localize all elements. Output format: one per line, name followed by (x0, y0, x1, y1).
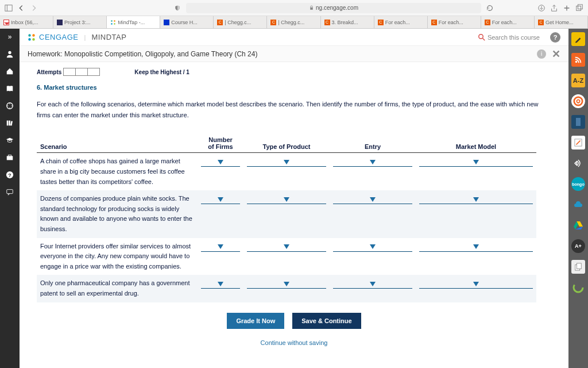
svg-point-27 (574, 97, 582, 105)
svg-rect-2 (310, 7, 313, 10)
entry-dropdown[interactable] (333, 279, 412, 289)
help-icon[interactable]: ? (5, 170, 14, 179)
browser-tab[interactable]: Course H... (160, 16, 214, 28)
download-icon[interactable] (537, 4, 546, 12)
firms-dropdown[interactable] (201, 195, 240, 204)
library-icon[interactable] (5, 118, 14, 128)
save-continue-button[interactable]: Save & Continue (292, 313, 361, 329)
entry-dropdown[interactable] (333, 195, 412, 204)
keep-highest: Keep the Highest / 1 (134, 69, 189, 75)
help-button[interactable]: ? (550, 32, 560, 43)
entry-dropdown[interactable] (333, 158, 412, 167)
table-row: Four Internet providers offer similar se… (37, 238, 536, 275)
grade-button[interactable]: Grade It Now (227, 313, 284, 329)
svg-rect-29 (576, 118, 581, 126)
browser-tab[interactable]: Project 3:... (53, 16, 107, 28)
browser-tab[interactable]: C3. Breakd... (321, 16, 374, 28)
th-product: Type of Product (243, 134, 330, 153)
target-icon[interactable] (5, 101, 14, 110)
chegg-icon: C (270, 20, 276, 25)
chegg-icon: C (217, 20, 223, 25)
browser-tab[interactable]: CFor each... (374, 16, 428, 28)
browser-tabs: Inbox (56,... Project 3:... MindTap -...… (0, 16, 588, 29)
brand-separator: | (84, 34, 86, 41)
model-dropdown[interactable] (419, 243, 533, 252)
product-dropdown[interactable] (247, 158, 326, 167)
browser-tab[interactable]: CGet Home... (535, 16, 588, 28)
circle-tool-icon[interactable] (571, 94, 585, 108)
firms-dropdown[interactable] (201, 243, 240, 252)
attempt-box (63, 68, 76, 76)
svg-point-6 (111, 20, 113, 22)
search-course[interactable]: Search this course (478, 34, 540, 41)
forward-icon[interactable] (30, 4, 38, 12)
chegg-icon: C (538, 20, 544, 25)
product-dropdown[interactable] (247, 243, 326, 252)
highlighter-icon[interactable] (571, 32, 585, 46)
profile-icon[interactable] (5, 49, 14, 59)
assignment-title: Homework: Monopolistic Competition, Olig… (28, 50, 257, 58)
shield-icon[interactable] (173, 4, 181, 12)
table-row: Only one pharmaceutical company has a go… (37, 275, 536, 302)
drive-icon[interactable] (571, 218, 585, 232)
expand-icon[interactable]: » (5, 32, 14, 41)
entry-dropdown[interactable] (333, 243, 412, 252)
continue-without-saving-link[interactable]: Continue without saving (261, 339, 328, 346)
search-label: Search this course (488, 34, 540, 41)
question-instructions: For each of the following scenarios, det… (37, 99, 551, 120)
svg-rect-14 (10, 121, 13, 125)
graduation-icon[interactable] (5, 136, 14, 145)
close-icon[interactable]: ✕ (552, 48, 560, 60)
content-area: Attempts Keep the Highest / 1 6. Market … (20, 62, 568, 368)
sidebar-toggle-icon[interactable] (5, 4, 13, 12)
svg-point-33 (574, 283, 583, 292)
pages-icon[interactable] (571, 260, 585, 274)
brand-company: CENGAGE (39, 33, 79, 41)
info-icon[interactable]: i (537, 49, 546, 59)
back-icon[interactable] (17, 4, 25, 12)
browser-tab[interactable]: CFor each... (481, 16, 535, 28)
firms-dropdown[interactable] (201, 279, 240, 289)
briefcase-icon[interactable] (5, 153, 14, 162)
svg-point-22 (28, 38, 30, 40)
table-row: A chain of coffee shops has gained a lar… (37, 153, 536, 190)
chat-icon[interactable] (5, 187, 14, 197)
model-dropdown[interactable] (419, 158, 533, 167)
model-dropdown[interactable] (419, 279, 533, 289)
new-tab-icon[interactable] (563, 4, 571, 12)
audio-icon[interactable] (571, 156, 585, 170)
ring-icon[interactable] (571, 281, 585, 294)
product-dropdown[interactable] (247, 279, 326, 289)
home-icon[interactable] (5, 67, 14, 76)
model-dropdown[interactable] (419, 195, 533, 204)
az-icon[interactable]: A-Z (571, 74, 585, 87)
notebook-icon[interactable] (571, 115, 585, 129)
rss-icon[interactable] (571, 53, 585, 67)
svg-point-23 (32, 38, 34, 40)
tabs-icon[interactable] (575, 4, 583, 12)
browser-tab[interactable]: C| Chegg.c... (267, 16, 320, 28)
share-icon[interactable] (550, 4, 558, 12)
browser-tab[interactable]: C| Chegg.c... (214, 16, 267, 28)
attempt-box (87, 68, 100, 76)
a-plus-icon[interactable]: A+ (571, 239, 585, 253)
reload-icon[interactable] (486, 4, 494, 12)
svg-rect-13 (9, 121, 10, 126)
browser-tab-active[interactable]: MindTap -... (107, 16, 160, 28)
url-bar[interactable]: ng.cengage.com (186, 3, 481, 13)
th-firms: Number of Firms (198, 134, 243, 153)
note-edit-icon[interactable] (571, 136, 585, 150)
book-icon[interactable] (5, 84, 14, 93)
badge-icon[interactable]: bongo (571, 177, 585, 191)
attempts-row: Attempts Keep the Highest / 1 (37, 68, 551, 76)
table-row: Dozens of companies produce plain white … (37, 190, 536, 237)
svg-point-7 (114, 20, 115, 22)
cloud-icon[interactable] (571, 198, 585, 212)
svg-point-10 (8, 51, 11, 54)
scenario-cell: Only one pharmaceutical company has a go… (37, 275, 198, 302)
browser-tab[interactable]: Inbox (56,... (0, 16, 53, 28)
firms-dropdown[interactable] (201, 158, 240, 167)
browser-tab[interactable]: CFor each... (428, 16, 481, 28)
attempts-label: Attempts (37, 69, 61, 75)
product-dropdown[interactable] (247, 195, 326, 204)
